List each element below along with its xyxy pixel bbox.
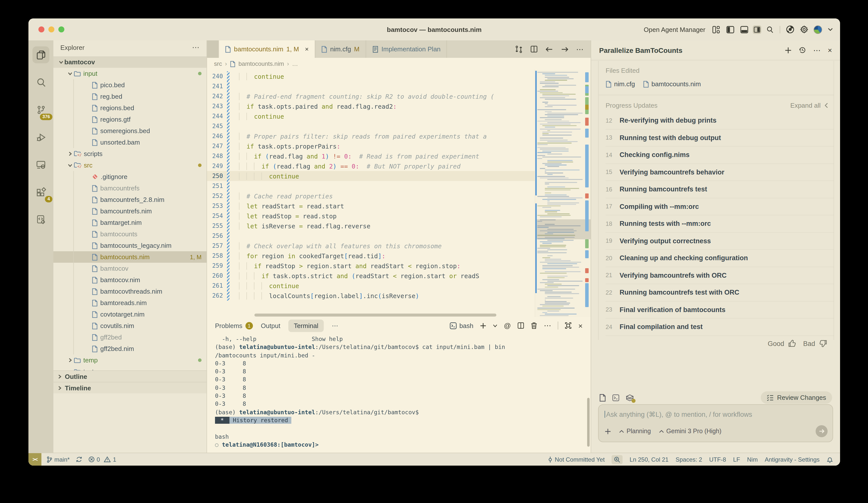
progress-update-12[interactable]: 12Re-verifying with debug prints: [606, 112, 834, 129]
terminal-dropdown-icon[interactable]: [493, 324, 497, 327]
tree-item-bamtocounts-nim[interactable]: bamtocounts.nim1, M: [53, 251, 207, 263]
tree-item-bamtocounts[interactable]: bamtocounts: [53, 228, 207, 240]
tree-item-gff2bed-nim[interactable]: gff2bed.nim: [53, 343, 207, 355]
code-line-255[interactable]: 255 let isReverse = read.flag.reverse: [207, 221, 535, 231]
agent-more-icon[interactable]: ⋯: [813, 45, 820, 55]
maximize-panel-icon[interactable]: [565, 322, 572, 329]
explorer-activity-icon[interactable]: [32, 46, 49, 63]
layout-grid-icon[interactable]: [712, 25, 720, 34]
minimap-viewport[interactable]: [535, 219, 591, 239]
tree-item-bamtocovthreads-nim[interactable]: bamtocovthreads.nim: [53, 286, 207, 297]
progress-update-20[interactable]: 20Cleaning up and checking configuration: [606, 250, 834, 267]
code-line-258[interactable]: 258 for region in cookedTarget[read.tid]…: [207, 251, 535, 261]
send-button[interactable]: [816, 425, 828, 437]
compare-changes-icon[interactable]: [515, 45, 523, 53]
tree-item-reg-bed[interactable]: reg.bed: [53, 91, 207, 102]
open-agent-manager-button[interactable]: Open Agent Manager: [644, 26, 705, 33]
progress-update-14[interactable]: 14Checking config.nims: [606, 147, 834, 164]
app-settings-item[interactable]: Antigravity - Settings: [765, 456, 820, 463]
timeline-section[interactable]: Timeline: [53, 382, 207, 393]
progress-update-15[interactable]: 15Verifying bamcountrefs behavior: [606, 164, 834, 181]
tree-item-input[interactable]: input: [53, 68, 207, 79]
errors-warnings-item[interactable]: 0 1: [88, 456, 116, 463]
agent-input-box[interactable]: Ask anything (⌘L), @ to mention, / for w…: [598, 404, 833, 442]
progress-update-22[interactable]: 22Running bamcountrefs test with ORC: [606, 284, 834, 301]
thumbs-up-icon[interactable]: [788, 339, 796, 347]
code-line-261[interactable]: 261 continue: [207, 281, 535, 291]
toggle-left-panel-icon[interactable]: [726, 25, 734, 34]
extensions-activity-icon[interactable]: 4: [32, 184, 49, 200]
code-line-248[interactable]: 248 if (read.flag and 1) != 0: # Read is…: [207, 151, 535, 161]
tree-item-regions-bed[interactable]: regions.bed: [53, 102, 207, 114]
problems-tab[interactable]: Problems 1: [215, 322, 253, 329]
terminal-output[interactable]: -h, --help Show help(base) telatina@ubun…: [207, 334, 591, 453]
breadcrumb[interactable]: src› bamtocounts.nim› …: [207, 58, 591, 70]
close-agent-panel-icon[interactable]: ×: [828, 46, 832, 54]
code-line-241[interactable]: 241: [207, 81, 535, 91]
progress-update-24[interactable]: 24Final compilation and test: [606, 318, 834, 336]
tree-item-bamtoreads-nim[interactable]: bamtoreads.nim: [53, 297, 207, 308]
model-selector[interactable]: Gemini 3 Pro (High): [659, 428, 721, 435]
terminal-shell-selector[interactable]: bash: [450, 322, 473, 329]
tree-item-bamtocov[interactable]: bamtocov: [53, 56, 207, 68]
notifications-bell-icon[interactable]: [827, 456, 833, 463]
commit-status-item[interactable]: Not Committed Yet: [548, 456, 604, 463]
settings-gear-icon[interactable]: [800, 25, 808, 34]
editor-more-icon[interactable]: ⋯: [576, 45, 583, 54]
tree-item-pico-bed[interactable]: pico.bed: [53, 79, 207, 91]
progress-update-19[interactable]: 19Verifying output correctness: [606, 232, 834, 250]
browser-icon[interactable]: [786, 25, 794, 34]
minimap[interactable]: [535, 70, 591, 317]
edited-file-nimcfg[interactable]: nim.cfg: [606, 80, 635, 88]
outline-section[interactable]: Outline: [53, 370, 207, 382]
go-forward-icon[interactable]: [561, 45, 569, 53]
close-panel-icon[interactable]: ×: [578, 321, 583, 330]
code-line-243[interactable]: 243 if task.opts.paired and read.flag.re…: [207, 101, 535, 111]
account-avatar[interactable]: [814, 25, 822, 34]
progress-update-18[interactable]: 18Running tests with --mm:orc: [606, 216, 834, 232]
code-settings-activity-icon[interactable]: [32, 211, 49, 228]
code-line-251[interactable]: 251: [207, 181, 535, 191]
run-debug-activity-icon[interactable]: [32, 129, 49, 146]
tree-item-someregions-bed[interactable]: someregions.bed: [53, 125, 207, 137]
tree-item-bamcountrefs-nim[interactable]: bamcountrefs.nim: [53, 206, 207, 217]
code-line-252[interactable]: 252 # Cache read properties: [207, 191, 535, 201]
tree-item-bamtocov[interactable]: bamtocov: [53, 263, 207, 274]
tab-implementation-plan[interactable]: Implementation Plan: [366, 40, 447, 58]
zoom-indicator[interactable]: [612, 455, 622, 464]
code-line-240[interactable]: 240 continue: [207, 71, 535, 81]
add-context-icon[interactable]: [604, 428, 611, 434]
tree-item-bamtocounts-legacy-nim[interactable]: bamtocounts_legacy.nim: [53, 240, 207, 251]
code-line-262[interactable]: 262 localCounts[region.label].inc(isReve…: [207, 291, 535, 301]
new-conversation-icon[interactable]: [785, 46, 792, 54]
good-feedback-button[interactable]: Good: [768, 340, 784, 347]
tree-item-covutils-nim[interactable]: covutils.nim: [53, 320, 207, 332]
sync-icon[interactable]: [75, 456, 82, 463]
tree-item-unsorted-bam[interactable]: unsorted.bam: [53, 137, 207, 148]
code-line-257[interactable]: 257 # Check overlap with all features on…: [207, 241, 535, 251]
code-line-260[interactable]: 260 if task.opts.strict and (readStart <…: [207, 271, 535, 281]
code-line-249[interactable]: 249 if (read.flag and 2) == 0: # But NOT…: [207, 161, 535, 171]
tree-item-gff2bed[interactable]: gff2bed: [53, 332, 207, 343]
mode-selector[interactable]: Planning: [619, 428, 651, 435]
git-branch-item[interactable]: main*: [46, 456, 70, 463]
sidebar-more-icon[interactable]: ⋯: [192, 43, 199, 52]
progress-update-16[interactable]: 16Running bamcountrefs test: [606, 181, 834, 198]
search-activity-icon[interactable]: [32, 74, 49, 91]
close-tab-icon[interactable]: ×: [305, 45, 309, 53]
code-line-246[interactable]: 246 # Proper pairs filter: skip reads fr…: [207, 131, 535, 141]
account-chevron-down-icon[interactable]: [828, 28, 833, 31]
output-tab[interactable]: Output: [261, 322, 280, 329]
code-line-244[interactable]: 244 continue: [207, 111, 535, 121]
tree-item-src[interactable]: </>src: [53, 159, 207, 171]
toggle-right-panel-icon[interactable]: [753, 25, 761, 34]
tree-item-temp[interactable]: temp: [53, 355, 207, 366]
code-line-259[interactable]: 259 if readStop > region.start and readS…: [207, 261, 535, 271]
edited-file-bamtocounts[interactable]: bamtocounts.nim: [643, 80, 701, 88]
tree-item-bamcountrefs[interactable]: bamcountrefs: [53, 182, 207, 194]
terminal-context-icon[interactable]: [612, 394, 620, 401]
terminal-at-icon[interactable]: @: [504, 322, 511, 329]
code-line-250[interactable]: 250 continue: [207, 171, 535, 181]
history-icon[interactable]: [799, 46, 806, 54]
search-icon[interactable]: [766, 25, 774, 34]
